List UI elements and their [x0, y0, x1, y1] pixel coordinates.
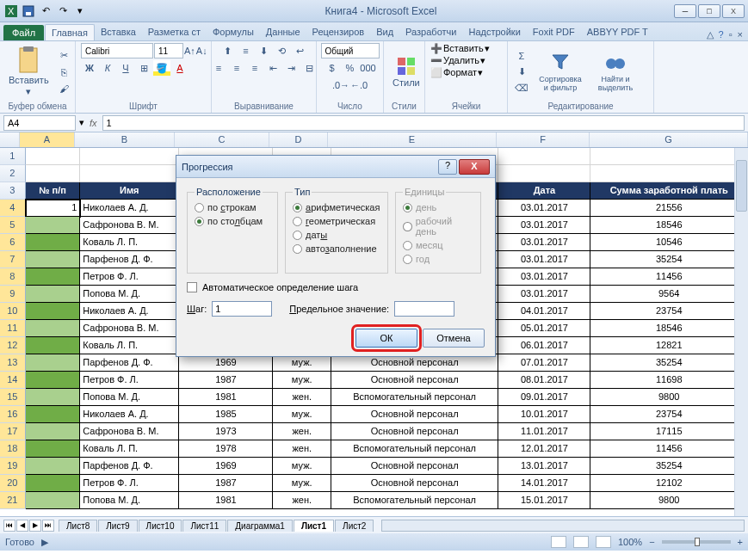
column-header[interactable]: B — [75, 132, 175, 147]
qat-dropdown-icon[interactable]: ▾ — [72, 3, 88, 19]
cell[interactable] — [26, 217, 81, 234]
cell[interactable]: 03.01.2017 — [498, 234, 590, 251]
cell[interactable]: Петров Ф. Л. — [80, 475, 179, 492]
cell[interactable] — [26, 320, 81, 337]
dialog-help-button[interactable]: ? — [438, 159, 457, 175]
cell[interactable]: 10.01.2017 — [498, 406, 590, 423]
cell[interactable]: жен. — [273, 492, 331, 509]
delete-button[interactable]: ➖Удалить▾ — [430, 55, 502, 66]
merge-icon[interactable]: ⊟ — [300, 60, 318, 76]
cell[interactable] — [590, 165, 748, 182]
limit-input[interactable] — [394, 301, 454, 317]
view-layout-icon[interactable] — [573, 536, 589, 548]
ok-button[interactable]: ОК — [355, 329, 417, 348]
minimize-button[interactable]: ─ — [674, 4, 696, 18]
cell[interactable]: 04.01.2017 — [498, 303, 590, 320]
cell[interactable]: Парфенов Д. Ф. — [80, 458, 179, 475]
nav-prev-icon[interactable]: ◀ — [16, 520, 28, 532]
undo-icon[interactable]: ↶ — [38, 3, 53, 19]
auto-step-row[interactable]: Автоматическое определение шага — [187, 282, 485, 292]
underline-icon[interactable]: Ч — [117, 60, 134, 76]
radio-arithmetic[interactable]: арифметическая — [293, 200, 380, 214]
cell[interactable]: 1 — [26, 200, 81, 217]
cell[interactable]: 1969 — [179, 354, 273, 372]
cell[interactable]: 03.01.2017 — [498, 200, 590, 217]
radio-columns[interactable]: по столбцам — [195, 214, 270, 228]
cell[interactable] — [26, 475, 81, 492]
cell[interactable]: 05.01.2017 — [498, 320, 590, 337]
cell[interactable]: муж. — [273, 406, 331, 423]
cell[interactable]: жен. — [273, 423, 331, 440]
sheet-tab[interactable]: Лист8 — [59, 520, 97, 532]
row-header[interactable]: 11 — [0, 320, 26, 337]
cell[interactable]: 03.01.2017 — [498, 217, 590, 234]
cell[interactable]: 35254 — [590, 458, 748, 475]
cell[interactable]: 1981 — [179, 389, 273, 406]
step-input[interactable] — [212, 301, 272, 317]
cell[interactable]: 03.01.2017 — [498, 268, 590, 286]
sheet-tab[interactable]: Лист11 — [182, 520, 226, 532]
row-header[interactable]: 8 — [0, 268, 26, 286]
tab-вставка[interactable]: Вставка — [95, 24, 142, 40]
cell[interactable]: Основной персонал — [331, 354, 498, 372]
row-header[interactable]: 13 — [0, 354, 26, 372]
tab-формулы[interactable]: Формулы — [207, 24, 260, 40]
cell[interactable]: Николаев А. Д. — [80, 303, 179, 320]
cell[interactable]: жен. — [273, 389, 331, 406]
column-header[interactable]: D — [269, 132, 328, 147]
row-header[interactable]: 9 — [0, 286, 26, 303]
tab-file[interactable]: Файл — [3, 25, 44, 40]
cell[interactable]: 1985 — [179, 406, 273, 423]
align-right-icon[interactable]: ≡ — [246, 60, 263, 76]
row-header[interactable]: 19 — [0, 458, 26, 475]
cell[interactable]: 12.01.2017 — [498, 440, 590, 458]
cell[interactable]: Сафронова В. М. — [80, 320, 179, 337]
tab-foxit pdf[interactable]: Foxit PDF — [527, 24, 581, 40]
cell[interactable]: Попова М. Д. — [80, 492, 179, 509]
number-format-select[interactable] — [321, 43, 380, 58]
horizontal-scrollbar[interactable] — [381, 520, 745, 532]
macro-icon[interactable]: ▶ — [41, 537, 48, 548]
tab-рецензиров[interactable]: Рецензиров — [306, 24, 371, 40]
inc-decimal-icon[interactable]: .0→ — [332, 77, 349, 93]
cell[interactable]: Коваль Л. П. — [80, 234, 179, 251]
indent-dec-icon[interactable]: ⇤ — [264, 60, 281, 76]
view-pagebreak-icon[interactable] — [596, 536, 611, 548]
cell[interactable] — [498, 165, 590, 182]
tab-главная[interactable]: Главная — [45, 24, 95, 40]
cell[interactable]: Коваль Л. П. — [80, 440, 179, 458]
tab-разработчи[interactable]: Разработчи — [399, 24, 462, 40]
cell[interactable]: 1987 — [179, 475, 273, 492]
cell[interactable]: 1969 — [179, 458, 273, 475]
radio-geometric[interactable]: геометрическая — [293, 214, 380, 228]
zoom-in-icon[interactable]: + — [738, 537, 743, 547]
cell[interactable] — [26, 372, 81, 389]
cell[interactable]: 11.01.2017 — [498, 423, 590, 440]
cell[interactable]: 11698 — [590, 372, 748, 389]
cell[interactable]: 21556 — [590, 200, 748, 217]
fill-color-icon[interactable]: 🪣 — [153, 60, 170, 76]
row-header[interactable]: 10 — [0, 303, 26, 320]
cell[interactable]: 09.01.2017 — [498, 389, 590, 406]
restore-icon[interactable]: ▫ — [729, 29, 733, 40]
row-header[interactable]: 6 — [0, 234, 26, 251]
close-workbook-icon[interactable]: × — [738, 29, 743, 40]
cell[interactable] — [26, 234, 81, 251]
format-painter-icon[interactable]: 🖌 — [56, 81, 73, 96]
cell[interactable] — [26, 303, 81, 320]
cell[interactable]: Вспомогательный персонал — [331, 389, 498, 406]
cell[interactable] — [26, 389, 81, 406]
radio-rows[interactable]: по строкам — [195, 200, 270, 214]
column-header[interactable]: A — [20, 132, 75, 147]
cell[interactable]: 18546 — [590, 320, 748, 337]
cell[interactable]: 1981 — [179, 492, 273, 509]
maximize-button[interactable]: □ — [698, 4, 720, 18]
table-header-cell[interactable]: Имя — [80, 182, 179, 200]
autosum-icon[interactable]: Σ — [513, 48, 530, 64]
dec-decimal-icon[interactable]: ←.0 — [350, 77, 368, 93]
align-center-icon[interactable]: ≡ — [228, 60, 245, 76]
sheet-tab[interactable]: Лист10 — [139, 520, 182, 532]
cell[interactable]: 13.01.2017 — [498, 458, 590, 475]
cell[interactable]: Петров Ф. Л. — [80, 268, 179, 286]
cell[interactable]: 03.01.2017 — [498, 286, 590, 303]
